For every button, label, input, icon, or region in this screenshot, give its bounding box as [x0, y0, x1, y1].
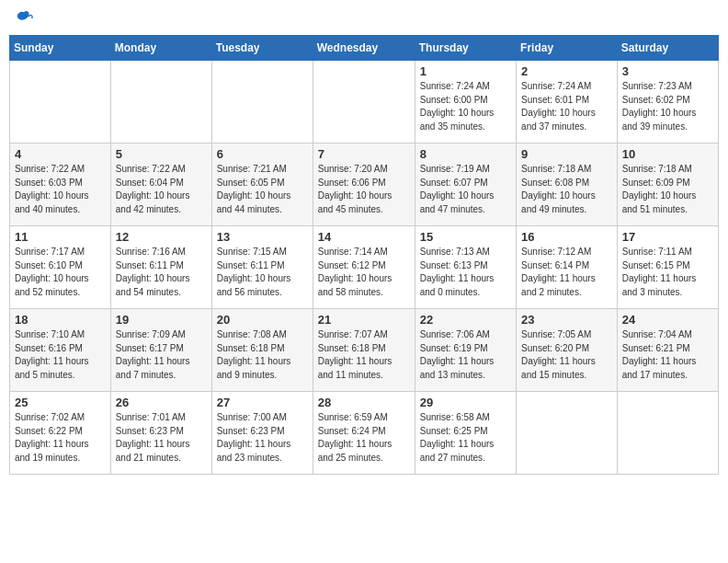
day-number: 9 [521, 147, 612, 161]
day-info: Sunrise: 7:07 AM Sunset: 6:18 PM Dayligh… [318, 328, 410, 382]
calendar-cell: 14Sunrise: 7:14 AM Sunset: 6:12 PM Dayli… [313, 226, 415, 309]
day-info: Sunrise: 7:08 AM Sunset: 6:18 PM Dayligh… [217, 328, 308, 382]
day-info: Sunrise: 6:59 AM Sunset: 6:24 PM Dayligh… [318, 411, 410, 465]
day-number: 16 [521, 230, 612, 244]
day-info: Sunrise: 7:22 AM Sunset: 6:03 PM Dayligh… [15, 163, 106, 216]
day-info: Sunrise: 7:01 AM Sunset: 6:23 PM Dayligh… [116, 411, 207, 465]
day-number: 24 [622, 313, 713, 327]
calendar-cell: 20Sunrise: 7:08 AM Sunset: 6:18 PM Dayli… [211, 309, 313, 392]
day-number: 15 [420, 230, 511, 244]
day-number: 4 [15, 147, 106, 161]
day-number: 1 [420, 64, 511, 78]
day-number: 26 [116, 396, 207, 409]
day-info: Sunrise: 7:12 AM Sunset: 6:14 PM Dayligh… [521, 246, 612, 299]
day-info: Sunrise: 7:11 AM Sunset: 6:15 PM Dayligh… [622, 246, 713, 299]
day-info: Sunrise: 7:24 AM Sunset: 6:00 PM Dayligh… [420, 80, 511, 133]
logo [13, 9, 33, 28]
day-number: 22 [420, 313, 511, 327]
day-info: Sunrise: 7:13 AM Sunset: 6:13 PM Dayligh… [420, 246, 511, 299]
day-info: Sunrise: 7:18 AM Sunset: 6:08 PM Dayligh… [521, 163, 612, 216]
page-header [9, 9, 719, 28]
day-info: Sunrise: 7:15 AM Sunset: 6:11 PM Dayligh… [217, 246, 308, 299]
calendar-cell: 6Sunrise: 7:21 AM Sunset: 6:05 PM Daylig… [211, 144, 313, 226]
day-number: 6 [217, 147, 308, 161]
day-number: 5 [116, 147, 207, 161]
calendar-cell: 17Sunrise: 7:11 AM Sunset: 6:15 PM Dayli… [617, 226, 718, 309]
day-number: 13 [217, 230, 308, 244]
day-info: Sunrise: 7:14 AM Sunset: 6:12 PM Dayligh… [318, 246, 410, 299]
day-number: 25 [15, 396, 106, 409]
calendar-cell: 9Sunrise: 7:18 AM Sunset: 6:08 PM Daylig… [517, 144, 618, 226]
calendar-cell: 7Sunrise: 7:20 AM Sunset: 6:06 PM Daylig… [313, 144, 415, 226]
weekday-header-saturday: Saturday [617, 36, 718, 61]
day-number: 21 [318, 313, 410, 327]
calendar-cell: 23Sunrise: 7:05 AM Sunset: 6:20 PM Dayli… [517, 309, 618, 392]
calendar-cell: 18Sunrise: 7:10 AM Sunset: 6:16 PM Dayli… [10, 309, 111, 392]
day-info: Sunrise: 7:19 AM Sunset: 6:07 PM Dayligh… [420, 163, 511, 216]
day-number: 7 [318, 147, 410, 161]
weekday-header-thursday: Thursday [415, 36, 516, 61]
day-info: Sunrise: 7:00 AM Sunset: 6:23 PM Dayligh… [217, 411, 308, 465]
calendar-cell: 22Sunrise: 7:06 AM Sunset: 6:19 PM Dayli… [415, 309, 516, 392]
day-info: Sunrise: 7:24 AM Sunset: 6:01 PM Dayligh… [521, 80, 612, 133]
day-info: Sunrise: 7:22 AM Sunset: 6:04 PM Dayligh… [116, 163, 207, 216]
day-number: 29 [420, 396, 511, 409]
weekday-header-tuesday: Tuesday [211, 36, 313, 61]
day-info: Sunrise: 7:18 AM Sunset: 6:09 PM Dayligh… [622, 163, 713, 216]
day-info: Sunrise: 7:10 AM Sunset: 6:16 PM Dayligh… [15, 328, 106, 382]
day-number: 17 [622, 230, 713, 244]
calendar-cell: 28Sunrise: 6:59 AM Sunset: 6:24 PM Dayli… [313, 392, 415, 475]
calendar-cell: 24Sunrise: 7:04 AM Sunset: 6:21 PM Dayli… [617, 309, 718, 392]
calendar-cell: 5Sunrise: 7:22 AM Sunset: 6:04 PM Daylig… [110, 144, 211, 226]
day-number: 12 [116, 230, 207, 244]
calendar-cell [10, 61, 111, 144]
day-number: 19 [116, 313, 207, 327]
day-number: 18 [15, 313, 106, 327]
day-info: Sunrise: 7:02 AM Sunset: 6:22 PM Dayligh… [15, 411, 106, 465]
calendar-week-row: 25Sunrise: 7:02 AM Sunset: 6:22 PM Dayli… [10, 392, 719, 475]
day-info: Sunrise: 7:04 AM Sunset: 6:21 PM Dayligh… [622, 328, 713, 382]
calendar-week-row: 18Sunrise: 7:10 AM Sunset: 6:16 PM Dayli… [10, 309, 719, 392]
calendar-cell: 11Sunrise: 7:17 AM Sunset: 6:10 PM Dayli… [10, 226, 111, 309]
calendar-week-row: 11Sunrise: 7:17 AM Sunset: 6:10 PM Dayli… [10, 226, 719, 309]
day-info: Sunrise: 7:17 AM Sunset: 6:10 PM Dayligh… [15, 246, 106, 299]
calendar-week-row: 1Sunrise: 7:24 AM Sunset: 6:00 PM Daylig… [10, 61, 719, 144]
calendar-cell: 21Sunrise: 7:07 AM Sunset: 6:18 PM Dayli… [313, 309, 415, 392]
calendar-cell: 4Sunrise: 7:22 AM Sunset: 6:03 PM Daylig… [10, 144, 111, 226]
day-number: 8 [420, 147, 511, 161]
day-number: 2 [521, 64, 612, 78]
calendar-cell: 15Sunrise: 7:13 AM Sunset: 6:13 PM Dayli… [415, 226, 516, 309]
day-number: 27 [217, 396, 308, 409]
logo-bird-icon [15, 9, 33, 28]
day-info: Sunrise: 7:09 AM Sunset: 6:17 PM Dayligh… [116, 328, 207, 382]
day-number: 23 [521, 313, 612, 327]
weekday-header-wednesday: Wednesday [313, 36, 415, 61]
weekday-header-monday: Monday [110, 36, 211, 61]
day-info: Sunrise: 7:05 AM Sunset: 6:20 PM Dayligh… [521, 328, 612, 382]
weekday-header-row: SundayMondayTuesdayWednesdayThursdayFrid… [10, 36, 719, 61]
calendar-cell: 3Sunrise: 7:23 AM Sunset: 6:02 PM Daylig… [617, 61, 718, 144]
calendar-cell: 26Sunrise: 7:01 AM Sunset: 6:23 PM Dayli… [110, 392, 211, 475]
calendar-table: SundayMondayTuesdayWednesdayThursdayFrid… [9, 35, 719, 475]
calendar-cell: 27Sunrise: 7:00 AM Sunset: 6:23 PM Dayli… [211, 392, 313, 475]
day-number: 11 [15, 230, 106, 244]
day-number: 20 [217, 313, 308, 327]
calendar-cell: 19Sunrise: 7:09 AM Sunset: 6:17 PM Dayli… [110, 309, 211, 392]
calendar-cell [110, 61, 211, 144]
calendar-cell: 13Sunrise: 7:15 AM Sunset: 6:11 PM Dayli… [211, 226, 313, 309]
day-info: Sunrise: 7:06 AM Sunset: 6:19 PM Dayligh… [420, 328, 511, 382]
calendar-cell: 25Sunrise: 7:02 AM Sunset: 6:22 PM Dayli… [10, 392, 111, 475]
calendar-cell [517, 392, 618, 475]
calendar-cell: 16Sunrise: 7:12 AM Sunset: 6:14 PM Dayli… [517, 226, 618, 309]
day-number: 10 [622, 147, 713, 161]
weekday-header-friday: Friday [517, 36, 618, 61]
calendar-header: SundayMondayTuesdayWednesdayThursdayFrid… [10, 36, 719, 61]
day-number: 14 [318, 230, 410, 244]
day-info: Sunrise: 6:58 AM Sunset: 6:25 PM Dayligh… [420, 411, 511, 465]
weekday-header-sunday: Sunday [10, 36, 111, 61]
day-info: Sunrise: 7:21 AM Sunset: 6:05 PM Dayligh… [217, 163, 308, 216]
calendar-cell [211, 61, 313, 144]
calendar-cell [313, 61, 415, 144]
day-info: Sunrise: 7:20 AM Sunset: 6:06 PM Dayligh… [318, 163, 410, 216]
calendar-cell: 29Sunrise: 6:58 AM Sunset: 6:25 PM Dayli… [415, 392, 516, 475]
